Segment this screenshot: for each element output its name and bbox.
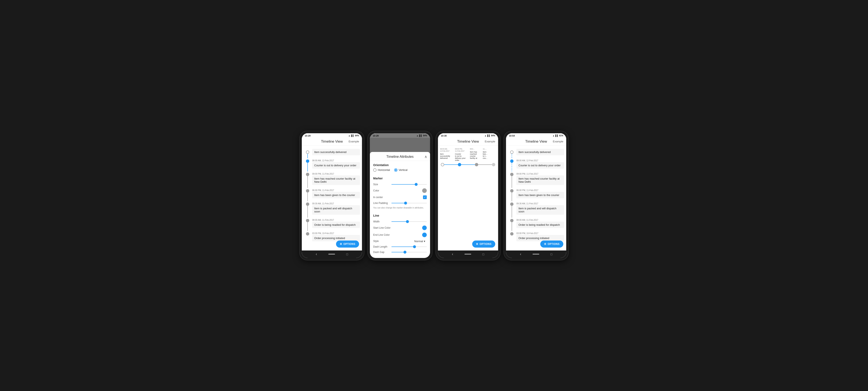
attr-dashgap-label: Dash Gap: [373, 251, 390, 254]
attr-dashlength-slider[interactable]: [392, 247, 427, 247]
h-marker-1: [458, 163, 461, 166]
attr-dashgap-slider[interactable]: [392, 252, 427, 252]
recent-button-1[interactable]: □: [346, 253, 348, 256]
h-date-0: 08:00 AM,12-Feb-2017: [440, 148, 454, 152]
item-content-3: 06:00 PM, 11-Feb-2017 Item has been give…: [312, 189, 360, 200]
options-button-4[interactable]: ⚙ OPTIONS: [540, 241, 563, 248]
marker-col-5: [305, 219, 310, 231]
orientation-section: Orientation Horizontal Vertical: [370, 161, 430, 174]
line-4: [307, 206, 308, 218]
line-0: [307, 154, 308, 158]
item-box-4: Item is packed and will dispatch soon: [312, 205, 360, 215]
battery-1: 64%: [355, 135, 359, 137]
horizontal-timeline: 08:00 AM,12-Feb-2017 Itemsuccessfullydel…: [438, 145, 498, 250]
item-text-3: Item has been given to the courier: [314, 194, 358, 197]
d-line-0: [512, 154, 512, 158]
item-text-4: Item is packed and will dispatch soon: [314, 207, 358, 213]
home-button-4[interactable]: [533, 254, 539, 254]
d-item-text-5: Order is being readied for dispatch: [519, 223, 562, 226]
d-item-content-6: 03:00 PM, 10-Feb-2017 Order processing i…: [517, 232, 564, 241]
options-icon-1: ⚙: [340, 243, 342, 246]
marker-section: Marker Size Color In center: [370, 174, 430, 212]
wifi-icon-4: ▲: [553, 135, 555, 137]
modal-close-button[interactable]: ∧: [425, 155, 427, 159]
back-button-1[interactable]: ‹: [316, 252, 317, 256]
back-button-4[interactable]: ‹: [520, 252, 521, 256]
item-content-6: 03:00 PM, 10-Feb-2017 Order processing i…: [312, 232, 360, 241]
h-labels-row: 08:00 AM,12-Feb-2017 Itemsuccessfullydel…: [438, 145, 498, 162]
options-label-4: OPTIONS: [548, 243, 560, 246]
h-date-2: 06:0...: [470, 148, 482, 150]
d-item-text-6: Order processing initiated: [519, 236, 562, 240]
marker-0: [306, 150, 309, 154]
timeline-4: Item successfully delivered 08:00 AM, 12…: [506, 145, 566, 250]
color-swatch-start[interactable]: [422, 226, 427, 230]
status-bar-1: 10:29 ▲ ▌▌ 64%: [302, 133, 362, 138]
attr-startcolor-label: Start Line Color: [373, 226, 391, 229]
wifi-icon-1: ▲: [348, 135, 350, 137]
h-label-1: 09:00 PM,11-Feb-2017 Courieris out todel…: [455, 148, 470, 162]
radio-vertical[interactable]: Vertical: [394, 168, 408, 172]
attr-size-slider[interactable]: [392, 184, 427, 185]
h-date-1: 09:00 PM,11-Feb-2017: [455, 148, 469, 152]
h-label-3: 11-... Itembee...to t...cou...: [483, 148, 494, 162]
d-marker-col-6: [509, 232, 515, 235]
timeline-item-5: 08:00 AM, 11-Feb-2017 Order is being rea…: [302, 218, 362, 231]
marker-col-0: [305, 149, 310, 158]
timeline-item-0: Item successfully delivered: [302, 147, 362, 158]
orientation-options: Horizontal Vertical: [373, 168, 427, 172]
attr-width-slider[interactable]: [392, 221, 427, 222]
home-button-1[interactable]: [328, 254, 335, 254]
d-marker-col-1: [509, 160, 515, 171]
d-timeline-item-3: 06:00 PM, 11-Feb-2017 Item has been give…: [506, 188, 566, 201]
h-line-2: [478, 164, 492, 165]
back-button-3[interactable]: ‹: [452, 252, 453, 256]
d-timeline-item-2: 09:00 PM, 11-Feb-2017 Item has reached c…: [506, 171, 566, 188]
item-box-6: Order processing initiated: [312, 235, 360, 241]
d-marker-1: [510, 160, 514, 163]
phone-3: 10:30 ▲ ▌▌ 64% Timeline View Example 08:…: [436, 131, 500, 260]
recent-button-3[interactable]: □: [483, 253, 484, 256]
d-item-date-6: 03:00 PM, 10-Feb-2017: [517, 232, 564, 234]
home-button-3[interactable]: [465, 254, 471, 254]
item-content-0: Item successfully delivered: [312, 149, 360, 157]
status-icons-3: ▲ ▌▌ 64%: [485, 135, 495, 137]
d-item-content-0: Item successfully delivered: [517, 149, 564, 157]
h-line-0: [444, 164, 458, 165]
h-marker-2: [475, 163, 478, 166]
marker-col-3: [305, 189, 310, 201]
recent-button-4[interactable]: □: [551, 253, 552, 256]
color-swatch-end[interactable]: [422, 232, 427, 237]
radio-horizontal[interactable]: Horizontal: [373, 168, 390, 172]
item-box-0: Item successfully delivered: [312, 149, 360, 155]
modal-overlay: Timeline Attributes ∧ Orientation Horizo…: [370, 133, 430, 258]
checkbox-incenter[interactable]: ✓: [423, 195, 427, 199]
time-4: 10:54: [509, 135, 515, 137]
options-label-3: OPTIONS: [479, 243, 492, 246]
attr-endcolor-label: End Line Color: [373, 233, 390, 236]
attr-dashgap: Dash Gap: [373, 249, 427, 255]
attr-dashlength: Dash Length: [373, 244, 427, 249]
d-item-date-1: 08:00 AM, 12-Feb-2017: [517, 160, 564, 162]
item-date-5: 08:00 AM, 11-Feb-2017: [312, 219, 360, 221]
options-button-3[interactable]: ⚙ OPTIONS: [472, 241, 495, 248]
d-marker-0: [510, 150, 514, 154]
options-button-1[interactable]: ⚙ OPTIONS: [336, 241, 359, 248]
phone-1: 10:29 ▲ ▌▌ 64% Timeline View Example: [300, 131, 364, 260]
d-marker-2: [510, 173, 514, 176]
bottom-nav-4: ‹ □: [506, 250, 566, 258]
d-timeline-item-5: 08:00 AM, 11-Feb-2017 Order is being rea…: [506, 218, 566, 231]
marker-label: Marker: [373, 177, 427, 180]
item-box-2: Item has reached courier facility at New…: [312, 175, 360, 185]
radio-dot-vertical: [395, 169, 397, 171]
h-text-2: Item hasreachedcourierfacility at: [470, 151, 482, 159]
item-text-2: Item has reached courier facility at New…: [314, 177, 358, 183]
d-line-2: [512, 176, 512, 188]
app-title-4: Timeline View: [525, 139, 547, 144]
h-track: [438, 161, 498, 168]
app-example-1: Example: [348, 140, 359, 143]
attr-color: Color: [373, 187, 427, 194]
color-swatch-marker[interactable]: [422, 188, 427, 193]
attr-linepadding-slider[interactable]: [392, 203, 427, 203]
attr-size: Size: [373, 182, 427, 187]
